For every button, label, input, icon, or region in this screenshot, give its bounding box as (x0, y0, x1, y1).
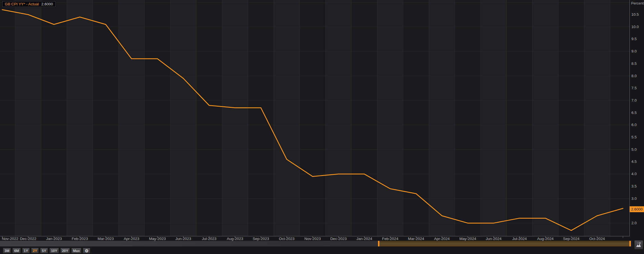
chart-settings-button[interactable]: ⚙ (83, 248, 90, 253)
chart-export-button[interactable] (634, 241, 643, 250)
y-axis-title: Percent (631, 1, 644, 5)
series-last-value: 2.6000 (41, 2, 53, 6)
series-name-label: GB CPI YY* - Actual (5, 2, 39, 6)
x-tick-label: Nov-2022 (1, 237, 19, 241)
x-tick-label: Jun-2023 (174, 237, 192, 241)
y-tick-label: 5.0 (631, 148, 644, 152)
gear-icon: ⚙ (85, 249, 88, 253)
y-tick-label: 8.5 (631, 62, 644, 66)
y-tick-label: 8.0 (631, 74, 644, 78)
x-tick-label: Jan-2024 (355, 237, 373, 241)
x-tick-label: May-2024 (459, 237, 477, 241)
y-tick-label: 4.5 (631, 160, 644, 164)
range-toolbar: 3M6M1Y2Y5Y10Y20YMax⚙ (3, 248, 90, 253)
range-button-20y[interactable]: 20Y (60, 248, 70, 253)
price-chart-plot-area[interactable] (0, 0, 644, 254)
y-tick-label: 10.5 (631, 13, 644, 17)
y-tick-label: 6.5 (631, 111, 644, 115)
chart-window: GB CPI YY* - Actual 2.6000 Percent 10.51… (0, 0, 644, 254)
area-chart-icon (636, 242, 642, 248)
last-price-badge: 2.6000 (630, 206, 644, 212)
x-tick-label: May-2023 (148, 237, 166, 241)
x-tick-label: Oct-2024 (588, 237, 606, 241)
x-tick-label: Nov-2023 (304, 237, 322, 241)
y-tick-label: 5.5 (631, 135, 644, 139)
x-tick-label: Mar-2023 (97, 237, 115, 241)
time-range-scrollbar[interactable] (0, 241, 632, 246)
x-tick-label: Dec-2022 (19, 237, 37, 241)
range-button-max[interactable]: Max (71, 248, 81, 253)
y-tick-label: 7.5 (631, 86, 644, 90)
y-tick-label: 3.0 (631, 197, 644, 201)
x-tick-label: Dec-2023 (329, 237, 347, 241)
y-tick-label: 9.5 (631, 37, 644, 41)
y-tick-label: 10.0 (631, 25, 644, 29)
scrollbar-track-left[interactable] (0, 241, 378, 246)
x-tick-label: Mar-2024 (407, 237, 425, 241)
range-button-2y[interactable]: 2Y (31, 248, 39, 253)
range-button-3m[interactable]: 3M (3, 248, 11, 253)
y-tick-label: 2.0 (631, 221, 644, 225)
x-tick-label: Jul-2024 (510, 237, 528, 241)
x-tick-label: Feb-2024 (381, 237, 399, 241)
x-tick-label: Feb-2023 (71, 237, 89, 241)
y-tick-label: 6.0 (631, 123, 644, 127)
range-button-6m[interactable]: 6M (12, 248, 20, 253)
x-tick-label: Aug-2024 (537, 237, 554, 241)
x-tick-label: Aug-2023 (226, 237, 244, 241)
x-tick-label: Apr-2024 (433, 237, 451, 241)
x-tick-label: Apr-2023 (123, 237, 141, 241)
range-button-1y[interactable]: 1Y (22, 248, 30, 253)
scrollbar-right-handle[interactable] (629, 241, 631, 246)
scrollbar-selected-range[interactable] (379, 241, 629, 246)
y-tick-label: 4.0 (631, 172, 644, 176)
y-tick-label: 7.0 (631, 99, 644, 102)
x-tick-label: Sep-2023 (252, 237, 270, 241)
x-tick-label: Sep-2024 (562, 237, 580, 241)
x-tick-label: Jul-2023 (200, 237, 218, 241)
x-tick-label: Jan-2023 (45, 237, 63, 241)
series-legend[interactable]: GB CPI YY* - Actual 2.6000 (2, 1, 56, 7)
range-button-10y[interactable]: 10Y (49, 248, 59, 253)
x-tick-label: Jun-2024 (485, 237, 503, 241)
x-tick-label: Oct-2023 (278, 237, 296, 241)
y-tick-label: 9.0 (631, 49, 644, 53)
range-button-5y[interactable]: 5Y (40, 248, 48, 253)
y-tick-label: 3.5 (631, 184, 644, 188)
